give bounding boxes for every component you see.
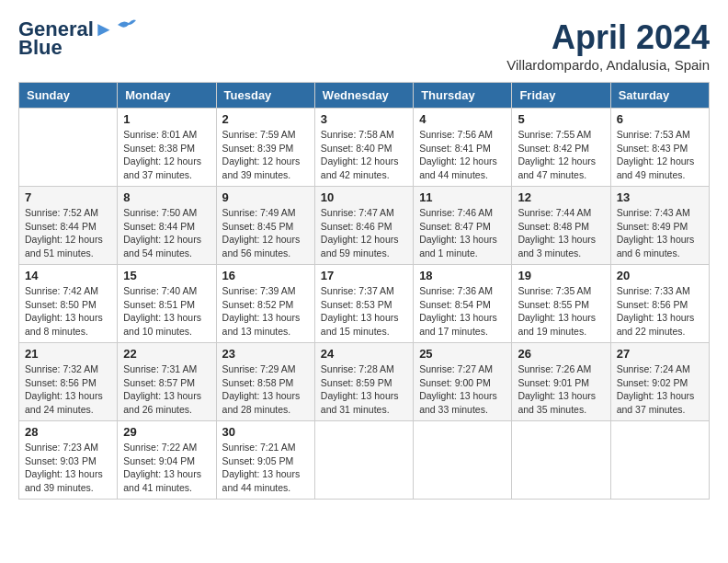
day-number: 20 [617, 269, 703, 282]
day-number: 29 [123, 425, 210, 439]
day-number: 13 [617, 190, 703, 204]
day-number: 11 [419, 190, 506, 204]
calendar-cell: 12Sunrise: 7:44 AMSunset: 8:48 PMDayligh… [512, 187, 610, 265]
day-number: 22 [123, 347, 210, 361]
weekday-header-sunday: Sunday [19, 83, 118, 109]
day-info: Sunrise: 7:56 AMSunset: 8:41 PMDaylight:… [419, 128, 506, 182]
calendar-cell: 2Sunrise: 7:59 AMSunset: 8:39 PMDaylight… [216, 109, 314, 187]
day-info: Sunrise: 8:01 AMSunset: 8:38 PMDaylight:… [123, 128, 210, 182]
calendar-cell: 13Sunrise: 7:43 AMSunset: 8:49 PMDayligh… [610, 187, 709, 265]
day-number: 26 [518, 347, 604, 361]
day-number: 10 [321, 190, 407, 204]
day-number: 9 [222, 190, 309, 204]
day-number: 24 [321, 347, 407, 361]
calendar-cell: 22Sunrise: 7:31 AMSunset: 8:57 PMDayligh… [118, 343, 216, 421]
day-info: Sunrise: 7:47 AMSunset: 8:46 PMDaylight:… [321, 206, 407, 260]
day-info: Sunrise: 7:39 AMSunset: 8:52 PMDaylight:… [222, 284, 309, 339]
calendar-cell [314, 421, 413, 500]
day-number: 19 [518, 269, 604, 282]
calendar-cell: 23Sunrise: 7:29 AMSunset: 8:58 PMDayligh… [216, 343, 314, 421]
week-row-1: 1Sunrise: 8:01 AMSunset: 8:38 PMDaylight… [19, 109, 710, 187]
day-info: Sunrise: 7:46 AMSunset: 8:47 PMDaylight:… [419, 206, 506, 260]
calendar-cell [610, 421, 709, 500]
calendar-cell: 16Sunrise: 7:39 AMSunset: 8:52 PMDayligh… [216, 265, 314, 343]
week-row-3: 14Sunrise: 7:42 AMSunset: 8:50 PMDayligh… [19, 265, 710, 343]
calendar-cell: 5Sunrise: 7:55 AMSunset: 8:42 PMDaylight… [512, 109, 610, 187]
day-number: 21 [25, 347, 111, 361]
day-info: Sunrise: 7:49 AMSunset: 8:45 PMDaylight:… [222, 206, 309, 260]
day-number: 7 [25, 190, 111, 204]
day-info: Sunrise: 7:52 AMSunset: 8:44 PMDaylight:… [25, 206, 111, 260]
calendar-cell: 30Sunrise: 7:21 AMSunset: 9:05 PMDayligh… [216, 421, 314, 500]
calendar-cell: 10Sunrise: 7:47 AMSunset: 8:46 PMDayligh… [314, 187, 413, 265]
day-number: 30 [222, 425, 309, 439]
calendar-body: 1Sunrise: 8:01 AMSunset: 8:38 PMDaylight… [19, 109, 710, 500]
logo: General► Blue [18, 18, 136, 59]
calendar-cell: 25Sunrise: 7:27 AMSunset: 9:00 PMDayligh… [414, 343, 512, 421]
day-info: Sunrise: 7:44 AMSunset: 8:48 PMDaylight:… [518, 206, 604, 260]
logo-bird-icon [116, 17, 136, 34]
day-info: Sunrise: 7:50 AMSunset: 8:44 PMDaylight:… [123, 206, 210, 260]
day-number: 12 [518, 190, 604, 204]
day-number: 14 [25, 269, 111, 282]
day-number: 25 [419, 347, 506, 361]
weekday-header-monday: Monday [118, 83, 216, 109]
weekday-header-wednesday: Wednesday [314, 83, 413, 109]
calendar-cell: 24Sunrise: 7:28 AMSunset: 8:59 PMDayligh… [314, 343, 413, 421]
week-row-2: 7Sunrise: 7:52 AMSunset: 8:44 PMDaylight… [19, 187, 710, 265]
day-info: Sunrise: 7:37 AMSunset: 8:53 PMDaylight:… [321, 284, 407, 339]
day-info: Sunrise: 7:28 AMSunset: 8:59 PMDaylight:… [321, 362, 407, 417]
calendar-cell: 3Sunrise: 7:58 AMSunset: 8:40 PMDaylight… [314, 109, 413, 187]
calendar-cell [414, 421, 512, 500]
calendar-cell: 11Sunrise: 7:46 AMSunset: 8:47 PMDayligh… [414, 187, 512, 265]
day-number: 23 [222, 347, 309, 361]
day-info: Sunrise: 7:21 AMSunset: 9:05 PMDaylight:… [222, 441, 309, 495]
day-info: Sunrise: 7:40 AMSunset: 8:51 PMDaylight:… [123, 284, 210, 339]
week-row-5: 28Sunrise: 7:23 AMSunset: 9:03 PMDayligh… [19, 421, 710, 500]
calendar-table: SundayMondayTuesdayWednesdayThursdayFrid… [18, 82, 710, 500]
day-number: 2 [222, 112, 309, 126]
day-info: Sunrise: 7:53 AMSunset: 8:43 PMDaylight:… [617, 128, 703, 182]
day-number: 28 [25, 425, 111, 439]
calendar-cell: 7Sunrise: 7:52 AMSunset: 8:44 PMDaylight… [19, 187, 118, 265]
day-info: Sunrise: 7:35 AMSunset: 8:55 PMDaylight:… [518, 284, 604, 339]
calendar-cell [512, 421, 610, 500]
month-title: April 2024 [506, 18, 710, 57]
location: Villardompardo, Andalusia, Spain [506, 57, 710, 73]
weekday-header-thursday: Thursday [414, 83, 512, 109]
weekday-header-friday: Friday [512, 83, 610, 109]
week-row-4: 21Sunrise: 7:32 AMSunset: 8:56 PMDayligh… [19, 343, 710, 421]
day-info: Sunrise: 7:36 AMSunset: 8:54 PMDaylight:… [419, 284, 506, 339]
day-number: 5 [518, 112, 604, 126]
day-number: 4 [419, 112, 506, 126]
calendar-cell: 26Sunrise: 7:26 AMSunset: 9:01 PMDayligh… [512, 343, 610, 421]
day-info: Sunrise: 7:23 AMSunset: 9:03 PMDaylight:… [25, 441, 111, 495]
day-info: Sunrise: 7:22 AMSunset: 9:04 PMDaylight:… [123, 441, 210, 495]
calendar-cell: 17Sunrise: 7:37 AMSunset: 8:53 PMDayligh… [314, 265, 413, 343]
day-number: 16 [222, 269, 309, 282]
calendar-cell: 1Sunrise: 8:01 AMSunset: 8:38 PMDaylight… [118, 109, 216, 187]
calendar-cell: 21Sunrise: 7:32 AMSunset: 8:56 PMDayligh… [19, 343, 118, 421]
day-info: Sunrise: 7:59 AMSunset: 8:39 PMDaylight:… [222, 128, 309, 182]
day-info: Sunrise: 7:58 AMSunset: 8:40 PMDaylight:… [321, 128, 407, 182]
calendar-cell: 14Sunrise: 7:42 AMSunset: 8:50 PMDayligh… [19, 265, 118, 343]
day-info: Sunrise: 7:29 AMSunset: 8:58 PMDaylight:… [222, 362, 309, 417]
day-number: 6 [617, 112, 703, 126]
day-number: 1 [123, 112, 210, 126]
calendar-cell: 4Sunrise: 7:56 AMSunset: 8:41 PMDaylight… [414, 109, 512, 187]
weekday-header-row: SundayMondayTuesdayWednesdayThursdayFrid… [19, 83, 710, 109]
calendar-cell [19, 109, 118, 187]
calendar-cell: 15Sunrise: 7:40 AMSunset: 8:51 PMDayligh… [118, 265, 216, 343]
calendar-cell: 8Sunrise: 7:50 AMSunset: 8:44 PMDaylight… [118, 187, 216, 265]
day-number: 8 [123, 190, 210, 204]
calendar-cell: 20Sunrise: 7:33 AMSunset: 8:56 PMDayligh… [610, 265, 709, 343]
day-number: 15 [123, 269, 210, 282]
title-block: April 2024 Villardompardo, Andalusia, Sp… [506, 18, 710, 73]
day-number: 18 [419, 269, 506, 282]
day-info: Sunrise: 7:27 AMSunset: 9:00 PMDaylight:… [419, 362, 506, 417]
calendar-cell: 19Sunrise: 7:35 AMSunset: 8:55 PMDayligh… [512, 265, 610, 343]
day-number: 17 [321, 269, 407, 282]
calendar-cell: 6Sunrise: 7:53 AMSunset: 8:43 PMDaylight… [610, 109, 709, 187]
calendar-cell: 18Sunrise: 7:36 AMSunset: 8:54 PMDayligh… [414, 265, 512, 343]
weekday-header-tuesday: Tuesday [216, 83, 314, 109]
